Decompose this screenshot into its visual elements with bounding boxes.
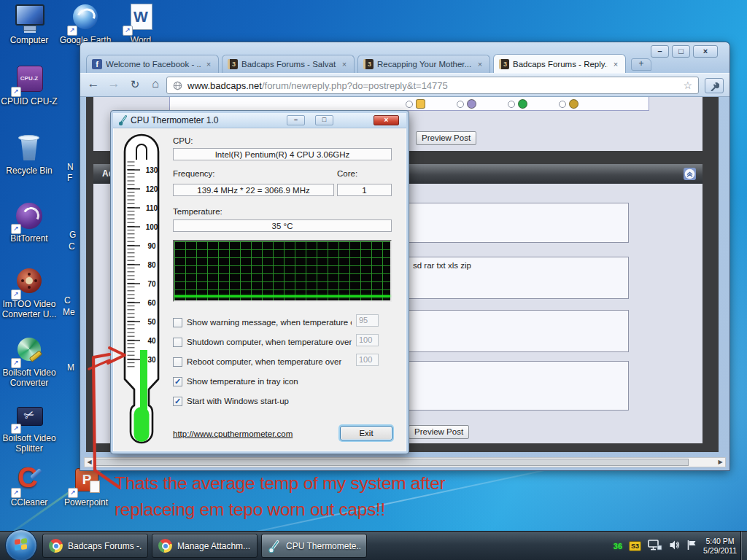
home-icon[interactable]: ⌂	[147, 77, 164, 90]
url-path: /forum/newreply.php?do=postreply&t=14775	[262, 80, 448, 91]
shortcut-arrow-icon: ↗	[11, 424, 21, 434]
desktop-icon-word[interactable]: ↗Word	[110, 3, 171, 45]
post-smiley-icon	[467, 99, 476, 109]
radio-button[interactable]	[559, 101, 566, 108]
preview-post-button[interactable]: Preview Post	[416, 131, 476, 145]
collapse-section-icon[interactable]	[684, 168, 696, 180]
checkbox-label: Reboot computer, when temperature over	[187, 357, 341, 366]
checkbox[interactable]: ✓	[173, 377, 182, 386]
clock[interactable]: 5:40 PM 5/29/2011	[703, 537, 737, 556]
shortcut-arrow-icon: ↗	[11, 289, 21, 300]
desktop-icon-ccleaner[interactable]: ↗CCleaner	[0, 465, 60, 508]
wrench-menu-icon[interactable]	[705, 78, 724, 93]
tab-label: Badcaps Forums - Salvat...	[241, 60, 336, 69]
tab-close-icon[interactable]: ×	[476, 60, 484, 69]
form-box[interactable]	[406, 203, 629, 243]
partial-icon-label: Me	[63, 307, 75, 317]
partial-icon-label: N	[67, 162, 74, 172]
tab-3[interactable]: 3Recapping Your Mother...×	[357, 55, 490, 73]
dialog-maximize-button[interactable]	[315, 115, 333, 125]
desktop-icon-computer[interactable]: Computer	[0, 3, 60, 45]
taskbar-button-3[interactable]: CPU Thermomete...	[261, 534, 367, 558]
new-tab-button[interactable]: +	[631, 58, 651, 71]
horizontal-scrollbar-thumb[interactable]	[94, 459, 689, 466]
clock-date: 5/29/2011	[703, 546, 737, 556]
dialog-minimize-button[interactable]	[287, 115, 305, 125]
radio-button[interactable]	[406, 101, 413, 108]
form-box[interactable]	[406, 310, 629, 352]
radio-button[interactable]	[508, 101, 515, 108]
svg-text:70: 70	[147, 280, 156, 288]
horizontal-scrollbar[interactable]: ◀ ▶	[84, 457, 726, 467]
network-icon[interactable]	[648, 540, 662, 553]
post-icon-option[interactable]	[457, 99, 476, 109]
bookmark-star-icon[interactable]: ☆	[683, 79, 692, 91]
desktop-icon-powerpoint[interactable]: ↗Powerpoint	[55, 465, 117, 508]
scroll-right-icon[interactable]: ▶	[716, 458, 725, 467]
window-minimize-button[interactable]	[651, 45, 669, 58]
tab-close-icon[interactable]: ×	[611, 60, 620, 69]
post-smiley-icon	[416, 99, 425, 109]
forward-icon[interactable]: →	[105, 77, 123, 91]
desktop-icon-bittorrent[interactable]: ↗BitTorrent	[0, 201, 60, 244]
post-icon-option[interactable]	[508, 99, 527, 109]
tab-close-icon[interactable]: ×	[340, 60, 349, 69]
cputhermometer-link[interactable]: http://www.cputhermometer.com	[173, 429, 293, 438]
svg-text:120: 120	[146, 185, 158, 193]
s3-tray-icon[interactable]: S3	[629, 541, 641, 551]
threshold-input[interactable]: 100	[356, 354, 379, 366]
boilsplit-icon: ↗	[12, 401, 47, 432]
threshold-input[interactable]: 95	[356, 314, 379, 327]
allowed-extensions-box: sd rar txt xls zip	[406, 257, 629, 299]
speaker-icon[interactable]	[669, 540, 680, 553]
window-close-button[interactable]	[693, 45, 718, 58]
taskbar-button-1[interactable]: Badcaps Forums -...	[42, 534, 148, 558]
desktop-icon-label: Boilsoft Video Splitter	[0, 433, 60, 454]
exit-button[interactable]: Exit	[340, 426, 392, 440]
scroll-left-icon[interactable]: ◀	[85, 458, 94, 467]
window-maximize-button[interactable]	[672, 45, 690, 58]
radio-button[interactable]	[457, 101, 464, 108]
desktop-icon-label: CCleaner	[0, 497, 60, 508]
desktop-icon-google-earth[interactable]: ↗Google Earth	[55, 3, 116, 45]
svg-text:100: 100	[146, 223, 158, 231]
desktop-icon-cpuid-cpu-z[interactable]: ↗CPUID CPU-Z	[0, 64, 60, 106]
checkbox[interactable]	[173, 357, 182, 367]
action-center-flag-icon[interactable]	[686, 540, 697, 553]
desktop-icon-label: Boilsoft Video Converter	[0, 368, 60, 388]
taskbar-button-label: CPU Thermomete...	[286, 541, 360, 551]
post-smiley-icon	[569, 99, 578, 109]
threshold-input[interactable]: 100	[356, 334, 379, 346]
start-button[interactable]	[5, 529, 37, 560]
desktop-icon-recycle-bin[interactable]: Recycle Bin	[0, 133, 60, 176]
desktop-icon-boilsoft-video-splitter[interactable]: ↗Boilsoft Video Splitter	[0, 401, 60, 454]
tab-4[interactable]: 3Badcaps Forums - Reply...×	[493, 54, 626, 73]
cpuz-icon: ↗	[12, 64, 47, 95]
dialog-title-bar[interactable]: CPU Thermometer 1.0	[113, 113, 406, 128]
address-bar[interactable]: www.badcaps.net/forum/newreply.php?do=po…	[166, 77, 699, 94]
taskbar-button-2[interactable]: Manage Attachm...	[152, 534, 258, 558]
show-desktop-button[interactable]	[740, 532, 747, 560]
post-icon-option[interactable]	[559, 99, 578, 109]
post-icon-option[interactable]	[406, 99, 425, 109]
checkbox[interactable]	[173, 318, 182, 327]
desktop-icon-imtoo-video-converter[interactable]: ↗ImTOO Video Converter U...	[0, 267, 60, 319]
back-icon[interactable]: ←	[85, 77, 102, 91]
chrome-icon	[158, 539, 172, 553]
bin-icon	[12, 133, 47, 164]
dialog-close-button[interactable]	[374, 115, 399, 125]
checkbox[interactable]	[173, 338, 182, 347]
form-box[interactable]	[406, 361, 629, 411]
tab-label: Recapping Your Mother...	[377, 60, 472, 69]
core-label: Core:	[337, 169, 357, 178]
desktop-icon-label: Computer	[0, 35, 60, 45]
tab-1[interactable]: fWelcome to Facebook - ...×	[86, 55, 219, 73]
desktop-icon-boilsoft-video-converter[interactable]: ↗Boilsoft Video Converter	[0, 335, 60, 388]
tab-label: Welcome to Facebook - ...	[106, 60, 201, 69]
cpu-temp-tray-icon[interactable]: 36	[614, 542, 622, 551]
reload-icon[interactable]: ↻	[126, 78, 144, 91]
preview-post-button[interactable]: Preview Post	[409, 425, 469, 439]
checkbox[interactable]: ✓	[173, 397, 182, 406]
tab-close-icon[interactable]: ×	[204, 60, 213, 69]
tab-2[interactable]: 3Badcaps Forums - Salvat...×	[222, 55, 355, 73]
